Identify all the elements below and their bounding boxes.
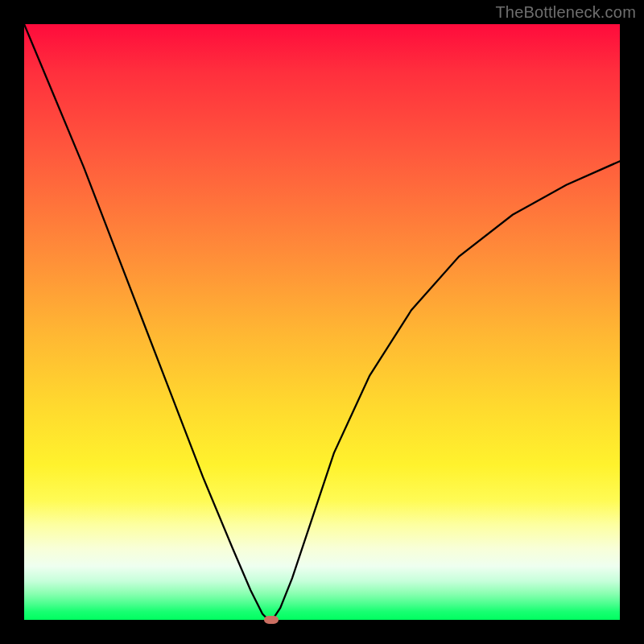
curve-svg bbox=[24, 24, 620, 620]
chart-frame: TheBottleneck.com bbox=[0, 0, 644, 644]
watermark-text: TheBottleneck.com bbox=[495, 3, 636, 22]
minimum-marker bbox=[264, 616, 279, 624]
bottleneck-curve-path bbox=[24, 24, 620, 620]
plot-area bbox=[24, 24, 620, 620]
